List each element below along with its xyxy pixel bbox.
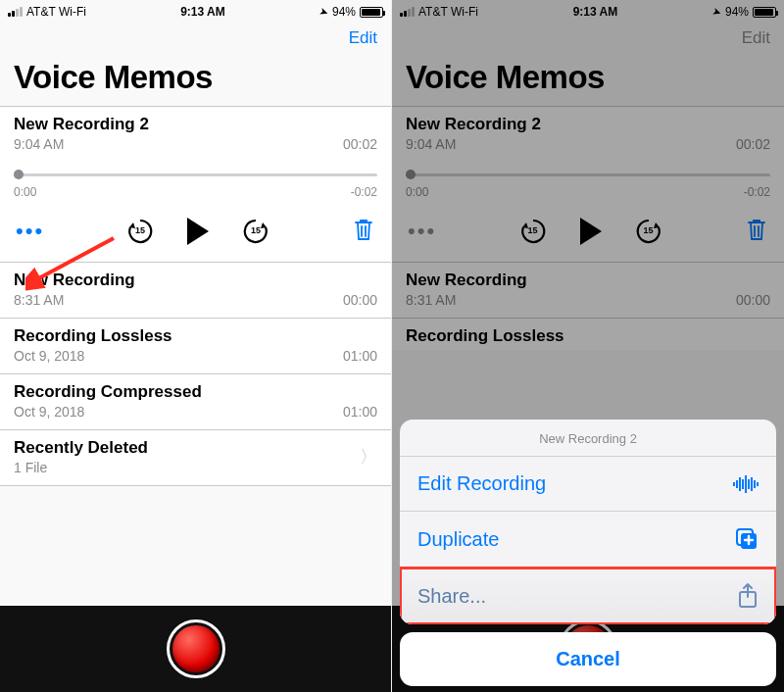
skip-forward-button[interactable]: 15 bbox=[242, 218, 270, 245]
recording-name: New Recording 2 bbox=[14, 115, 377, 134]
recording-time: 9:04 AM bbox=[14, 136, 64, 152]
edit-button[interactable]: Edit bbox=[349, 28, 377, 48]
sheet-duplicate[interactable]: Duplicate bbox=[400, 512, 776, 568]
svg-rect-9 bbox=[757, 482, 759, 486]
svg-rect-6 bbox=[748, 479, 750, 489]
share-icon bbox=[737, 583, 759, 609]
duplicate-icon bbox=[735, 527, 759, 551]
action-sheet: New Recording 2 Edit Recording Duplicate bbox=[400, 420, 776, 686]
clock-label: 9:13 AM bbox=[180, 5, 225, 19]
sheet-share[interactable]: Share... bbox=[400, 568, 776, 624]
screenshot-right: AT&T Wi-Fi 9:13 AM ➤ 94% Edit Voice Memo… bbox=[392, 0, 784, 692]
scrub-start: 0:00 bbox=[14, 185, 36, 199]
battery-pct: 94% bbox=[332, 5, 356, 19]
chevron-right-icon: 〉 bbox=[360, 445, 377, 469]
carrier-label: AT&T Wi-Fi bbox=[26, 5, 86, 19]
scrub-end: -0:02 bbox=[351, 185, 377, 199]
nav-bar: Edit bbox=[0, 22, 391, 55]
record-button[interactable] bbox=[167, 619, 225, 678]
page-title: Voice Memos bbox=[0, 55, 391, 106]
svg-rect-7 bbox=[751, 477, 753, 491]
battery-icon bbox=[360, 7, 383, 18]
scrubber[interactable] bbox=[14, 166, 377, 183]
recording-row[interactable]: Recording Compressed Oct 9, 201801:00 bbox=[0, 374, 391, 430]
svg-rect-3 bbox=[739, 477, 741, 491]
svg-rect-4 bbox=[742, 479, 744, 489]
svg-rect-1 bbox=[733, 482, 735, 486]
location-icon: ➤ bbox=[318, 4, 330, 19]
recording-row[interactable]: Recording Lossless Oct 9, 201801:00 bbox=[0, 319, 391, 374]
screenshot-left: AT&T Wi-Fi 9:13 AM ➤ 94% Edit Voice Memo… bbox=[0, 0, 392, 692]
sheet-title: New Recording 2 bbox=[400, 420, 776, 457]
record-footer bbox=[0, 606, 391, 692]
svg-rect-5 bbox=[745, 475, 747, 493]
waveform-icon bbox=[733, 475, 759, 493]
play-button[interactable] bbox=[187, 218, 209, 245]
sheet-edit-recording[interactable]: Edit Recording bbox=[400, 457, 776, 512]
delete-button[interactable] bbox=[352, 217, 375, 246]
selected-recording[interactable]: New Recording 2 9:04 AM 00:02 0:00 -0:02… bbox=[0, 107, 391, 263]
status-bar: AT&T Wi-Fi 9:13 AM ➤ 94% bbox=[0, 0, 391, 22]
more-button[interactable]: ••• bbox=[16, 221, 44, 242]
sheet-cancel[interactable]: Cancel bbox=[400, 632, 776, 686]
svg-rect-8 bbox=[754, 480, 756, 488]
skip-back-button[interactable]: 15 bbox=[126, 218, 154, 245]
recently-deleted-row[interactable]: Recently Deleted 1 File 〉 bbox=[0, 430, 391, 486]
recording-row[interactable]: New Recording 8:31 AM00:00 bbox=[0, 263, 391, 319]
svg-rect-2 bbox=[736, 480, 738, 488]
signal-icon bbox=[8, 7, 23, 17]
recording-duration: 00:02 bbox=[343, 136, 377, 152]
